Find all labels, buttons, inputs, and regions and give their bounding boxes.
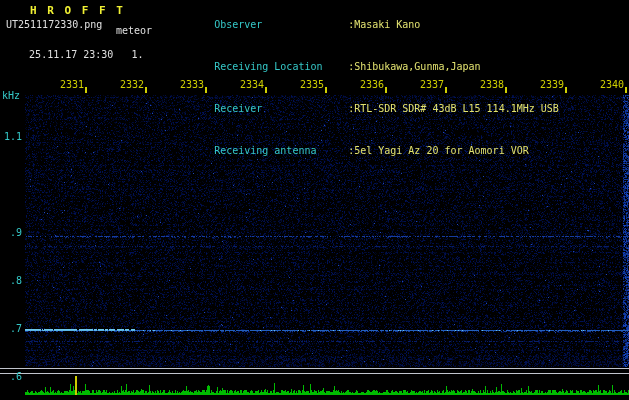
station-info-block: Observer:Masaki Kano Receiving Location:… xyxy=(178,4,559,172)
timestamp-text: 25.11.17 23:30 xyxy=(29,49,113,60)
timestamp: 25.11.17 23:301. xyxy=(5,38,143,71)
info-value: :Masaki Kano xyxy=(348,19,420,30)
info-value: :RTL-SDR SDR# 43dB L15 114.1MHz USB xyxy=(348,103,559,114)
info-row-receiver: Receiver:RTL-SDR SDR# 43dB L15 114.1MHz … xyxy=(178,88,559,130)
info-value: :5el Yagi Az 20 for Aomori VOR xyxy=(348,145,529,156)
hrofft-output-image: H R O F F T UT2511172330.png meteor 25.1… xyxy=(0,0,629,400)
info-label: Receiver xyxy=(214,102,348,116)
signal-level-graph xyxy=(0,375,629,396)
output-filename: UT2511172330.png xyxy=(6,19,102,30)
info-value: :Shibukawa,Gunma,Japan xyxy=(348,61,480,72)
sequence-number: 1. xyxy=(131,49,143,60)
app-title: H R O F F T xyxy=(30,4,125,17)
info-label: Observer xyxy=(214,18,348,32)
info-label: Receiving Location xyxy=(214,60,348,74)
info-label: Receiving antenna xyxy=(214,144,348,158)
info-row-observer: Observer:Masaki Kano xyxy=(178,4,559,46)
y-axis-unit-label: kHz xyxy=(2,90,20,101)
info-row-location: Receiving Location:Shibukawa,Gunma,Japan xyxy=(178,46,559,88)
info-row-antenna: Receiving antenna:5el Yagi Az 20 for Aom… xyxy=(178,130,559,172)
mode-label: meteor xyxy=(116,25,152,36)
